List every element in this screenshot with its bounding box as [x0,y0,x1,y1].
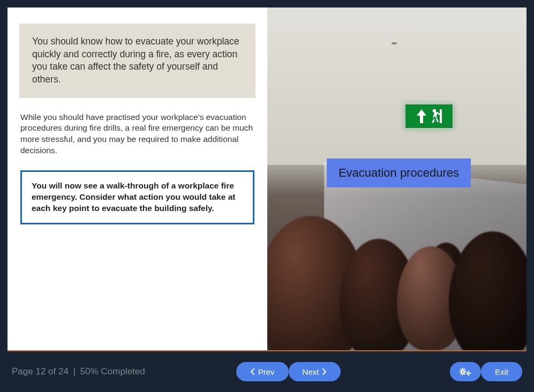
svg-rect-8 [464,368,465,370]
prev-button[interactable]: Prev [236,362,289,381]
next-button[interactable]: Next [289,362,341,381]
svg-rect-10 [464,373,465,375]
right-panel-image: Evacuation procedures [267,7,527,350]
completed-label: 50% Completed [80,366,145,376]
svg-rect-3 [462,368,463,370]
svg-rect-4 [462,374,463,375]
chevron-left-icon [250,368,255,375]
body-paragraph: While you should have practised your wor… [19,112,255,157]
page-status: Page 12 of 24 | 50% Completed [12,366,145,377]
callout-box: You will now see a walk-through of a wor… [20,170,254,224]
svg-rect-7 [460,368,462,370]
svg-point-0 [433,109,436,112]
chevron-right-icon [322,368,327,375]
svg-rect-13 [468,371,469,372]
svg-point-11 [462,371,463,373]
svg-rect-1 [440,109,442,123]
next-label: Next [303,367,319,376]
ceiling-area [267,7,527,165]
slide-area: You should know how to evacuate your wor… [7,7,527,350]
intro-text: You should know how to evacuate your wor… [32,35,243,86]
overlay-title: Evacuation procedures [327,159,471,187]
exit-button[interactable]: Exit [481,362,522,381]
svg-rect-6 [464,371,466,372]
exit-label: Exit [495,367,508,376]
prev-label: Prev [258,367,275,376]
left-panel: You should know how to evacuate your wor… [7,7,267,350]
callout-text: You will now see a walk-through of a wor… [32,180,243,214]
page-number-label: Page 12 of 24 [12,366,69,376]
svg-rect-9 [460,373,462,375]
footer-bar: Page 12 of 24 | 50% Completed Prev Next [0,351,534,392]
svg-rect-5 [460,371,461,372]
svg-rect-16 [470,373,471,374]
status-separator: | [73,366,76,376]
settings-button[interactable] [450,362,481,381]
intro-box: You should know how to evacuate your wor… [19,24,255,98]
svg-point-17 [468,373,469,374]
exit-sign-icon [404,103,454,129]
svg-rect-15 [466,373,467,374]
svg-rect-14 [468,375,469,376]
gear-icon [460,367,471,376]
